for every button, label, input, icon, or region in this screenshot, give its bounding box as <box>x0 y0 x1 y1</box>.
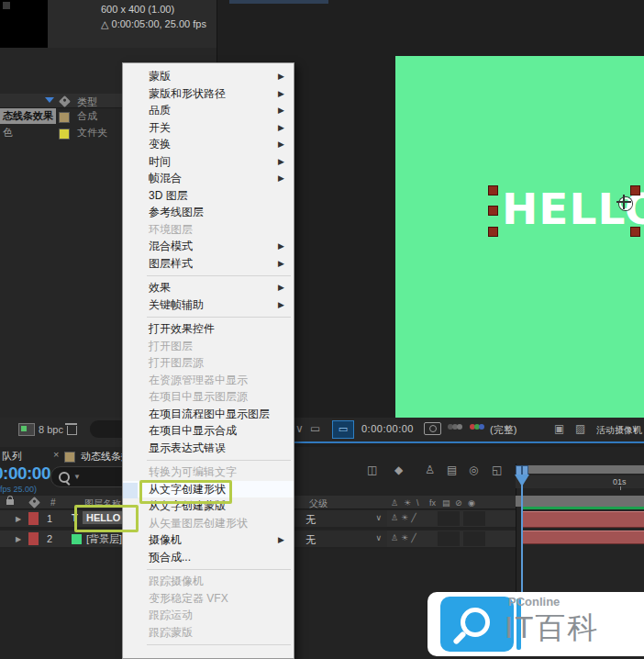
submenu-arrow-icon: ▶ <box>278 279 284 296</box>
menu-item-11[interactable]: 图层样式▶ <box>123 255 294 273</box>
layer-label-swatch[interactable] <box>28 512 39 525</box>
menu-item-22[interactable]: 在项目中显示合成 <box>123 422 294 440</box>
project-item-type: 文件夹 <box>77 125 107 140</box>
watermark-card: PConline IT百科 <box>427 592 644 656</box>
project-item-name[interactable]: 态线条效果 <box>0 108 56 124</box>
menu-item-23[interactable]: 显示表达式错误 <box>123 440 294 457</box>
fps-label: (25.00 fps) <box>0 485 37 494</box>
trash-icon[interactable] <box>66 423 76 434</box>
menu-item-30[interactable]: 预合成... <box>123 549 294 566</box>
work-area-bar-lower[interactable] <box>516 496 644 507</box>
comp-tab-swatch <box>64 452 75 463</box>
composition-mini-flowchart-icon[interactable]: ◫ <box>367 464 377 476</box>
parent-select[interactable]: 无 <box>305 513 316 527</box>
menu-item-10[interactable]: 混合模式▶ <box>123 238 294 255</box>
tab-render-queue[interactable]: 队列 <box>2 450 22 464</box>
selection-handle-1[interactable] <box>488 185 498 195</box>
lock-icon[interactable] <box>6 499 14 505</box>
menu-item-1[interactable]: 蒙版和形状路径▶ <box>123 85 294 103</box>
top-tab-sliver <box>229 0 328 4</box>
switch-cell[interactable] <box>438 511 460 526</box>
sort-arrow-icon[interactable] <box>45 97 54 103</box>
composition-stage[interactable]: HELLO <box>395 56 644 418</box>
layer-switches[interactable]: ♙☀╱ <box>391 513 419 522</box>
project-item-name[interactable]: 色 <box>0 125 16 140</box>
menu-item-33: 变形稳定器 VFX <box>123 590 294 608</box>
show-channel-icon[interactable] <box>448 424 462 431</box>
layer-switches[interactable]: ♙☀╱ <box>391 533 419 542</box>
graph-editor-icon[interactable]: ◱ <box>492 464 502 476</box>
frame-blending-icon[interactable]: ▤ <box>447 464 457 476</box>
menu-item-16[interactable]: 打开效果控件 <box>123 320 294 338</box>
column-parent[interactable]: 父级 <box>309 497 328 510</box>
menu-item-3[interactable]: 开关▶ <box>123 119 294 137</box>
viewer-timecode[interactable]: 0:00:00:00 <box>361 423 414 434</box>
quality-icon[interactable]: \ <box>416 498 419 508</box>
switch-cell[interactable] <box>463 531 485 546</box>
switch-cell[interactable] <box>438 531 460 546</box>
color-management-icon[interactable] <box>470 424 484 431</box>
current-time-display[interactable]: 0:00:00 <box>0 464 50 484</box>
menu-item-18: 打开图层源 <box>123 354 294 372</box>
playhead-line[interactable] <box>521 475 523 592</box>
expand-triangle-icon[interactable]: ▶ <box>16 515 21 523</box>
switch-cell[interactable] <box>463 511 485 526</box>
menu-separator <box>123 641 294 648</box>
menu-item-4[interactable]: 变换▶ <box>123 136 294 153</box>
resolution-select[interactable]: (完整) <box>490 423 516 437</box>
collapse-icon[interactable]: ☀ <box>404 498 411 508</box>
selection-handle-4[interactable] <box>630 185 640 195</box>
shy-icon[interactable]: ♙ <box>391 498 398 508</box>
motion-blur-icon[interactable]: ◎ <box>469 464 478 476</box>
motion-blur-icon[interactable]: ⊘ <box>455 498 462 508</box>
close-icon[interactable]: × <box>53 449 59 460</box>
effects-icon[interactable]: fx <box>429 498 436 508</box>
watermark-title: IT百科 <box>505 608 599 649</box>
work-area-bar[interactable] <box>516 465 644 474</box>
menu-item-21[interactable]: 在项目流程图中显示图层 <box>123 406 294 423</box>
menu-item-13[interactable]: 效果▶ <box>123 279 294 296</box>
anchor-point-icon[interactable] <box>616 195 631 209</box>
layer-name[interactable]: [背景层] <box>83 531 126 547</box>
item-color-swatch <box>59 128 70 140</box>
composition-resolution: 600 x 400 (1.00) <box>101 4 174 15</box>
menu-item-2[interactable]: 品质▶ <box>123 102 294 119</box>
menu-item-29[interactable]: 摄像机▶ <box>123 531 294 549</box>
menu-item-14[interactable]: 关键帧辅助▶ <box>123 296 294 314</box>
selection-handle-5[interactable] <box>630 227 640 237</box>
selection-handle-2[interactable] <box>488 206 498 216</box>
item-color-swatch <box>59 112 70 123</box>
transparency-grid-icon[interactable]: ▨ <box>575 422 585 435</box>
composition-thumbnail <box>0 0 48 48</box>
project-type-column-header[interactable]: 类型 <box>77 95 97 109</box>
draft-3d-icon[interactable]: ◆ <box>394 464 403 476</box>
grid-guides-icon[interactable]: ▣ <box>554 422 564 435</box>
expand-triangle-icon[interactable]: ▶ <box>16 535 21 543</box>
bit-depth-label[interactable]: 8 bpc <box>39 424 63 435</box>
3d-icon[interactable]: ◉ <box>468 498 475 508</box>
layer-duration-bar-1[interactable] <box>523 511 644 528</box>
interpret-footage-icon[interactable] <box>18 423 35 436</box>
menu-item-6[interactable]: 帧混合▶ <box>123 170 294 187</box>
layer-label-swatch[interactable] <box>28 532 39 545</box>
chevron-down-icon[interactable]: ∨ <box>295 422 304 435</box>
mask-visibility-icon[interactable]: ▭ <box>332 420 354 439</box>
menu-separator <box>123 313 294 320</box>
menu-separator <box>123 272 294 279</box>
hide-shy-layers-icon[interactable]: ♙ <box>425 464 435 476</box>
selection-handle-3[interactable] <box>488 227 498 237</box>
menu-item-7[interactable]: 3D 图层 <box>123 187 294 205</box>
column-number[interactable]: # <box>50 497 56 508</box>
snapshot-camera-icon[interactable] <box>424 422 441 435</box>
submenu-arrow-icon: ▶ <box>278 136 284 153</box>
layer-duration-bar-2[interactable] <box>523 531 644 544</box>
playhead-icon[interactable] <box>515 475 529 486</box>
menu-item-8[interactable]: 参考线图层 <box>123 204 294 221</box>
camera-view-select[interactable]: 活动摄像机 <box>596 424 642 437</box>
region-of-interest-icon[interactable]: ▭ <box>310 422 320 435</box>
frame-blend-icon[interactable]: ▤ <box>442 498 450 508</box>
parent-select[interactable]: 无 <box>305 533 316 547</box>
submenu-arrow-icon: ▶ <box>278 296 284 314</box>
menu-item-0[interactable]: 蒙版▶ <box>123 68 294 85</box>
menu-item-5[interactable]: 时间▶ <box>123 153 294 171</box>
